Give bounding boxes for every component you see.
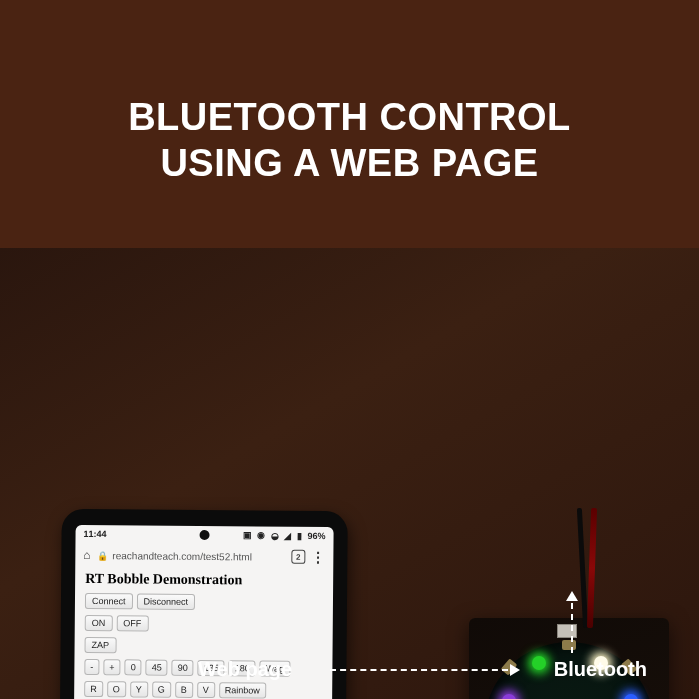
photo-backdrop: 11:44 ▣ ◉ ◒ ◢ ▮ 96% ⌂ 🔒 reachandteach.co… — [0, 248, 699, 699]
browser-toolbar: ⌂ 🔒 reachandteach.com/test52.html 2 ⋮ — [75, 543, 333, 569]
arrow-vertical — [571, 593, 573, 653]
angle-45-button[interactable]: 45 — [146, 659, 168, 675]
headline-line1: BLUETOOTH CONTROL — [0, 95, 699, 141]
status-time: 11:44 — [84, 529, 107, 539]
angle-90-button[interactable]: 90 — [172, 660, 194, 676]
black-wire — [577, 508, 588, 628]
angle-0-button[interactable]: 0 — [125, 659, 142, 675]
tab-count[interactable]: 2 — [291, 550, 305, 564]
on-button[interactable]: ON — [85, 615, 113, 631]
headline-line2: USING A WEB PAGE — [0, 141, 699, 187]
sync-icon: ◉ — [257, 530, 265, 540]
disconnect-button[interactable]: Disconnect — [136, 593, 195, 610]
color-g-button[interactable]: G — [152, 682, 171, 698]
zap-button[interactable]: ZAP — [85, 637, 117, 653]
home-icon[interactable]: ⌂ — [83, 548, 90, 562]
color-v-button[interactable]: V — [197, 682, 215, 698]
url-display[interactable]: 🔒 reachandteach.com/test52.html — [97, 550, 286, 563]
row-colors: R O Y G B V Rainbow Blinking LEDs — [84, 681, 322, 699]
led-blue — [624, 694, 638, 699]
lock-icon: 🔒 — [97, 551, 108, 561]
jst-connector — [557, 624, 577, 638]
headline: BLUETOOTH CONTROL USING A WEB PAGE — [0, 95, 699, 186]
row-onoff: ON OFF — [85, 615, 323, 633]
red-wire — [587, 508, 597, 628]
connect-button[interactable]: Connect — [85, 593, 133, 609]
arrow-head-icon — [566, 591, 578, 601]
angle-dec-button[interactable]: - — [84, 659, 99, 675]
signal-icon: ◢ — [284, 531, 291, 541]
row-zap: ZAP — [85, 637, 323, 655]
battery-icon: ▮ — [297, 531, 302, 541]
nfc-icon: ▣ — [243, 530, 252, 540]
label-web-page: Web page — [198, 658, 292, 681]
color-y-button[interactable]: Y — [130, 681, 148, 697]
url-text: reachandteach.com/test52.html — [112, 550, 252, 562]
arrow-line — [330, 669, 508, 671]
color-b-button[interactable]: B — [175, 682, 193, 698]
menu-icon[interactable]: ⋮ — [311, 550, 325, 564]
camera-notch — [200, 530, 210, 540]
row-connect: Connect Disconnect — [85, 593, 323, 611]
arrow-head-icon — [510, 664, 520, 676]
color-r-button[interactable]: R — [84, 681, 103, 697]
page-title: RT Bobble Demonstration — [85, 571, 323, 589]
pad — [562, 640, 576, 650]
color-o-button[interactable]: O — [107, 681, 126, 697]
status-icons: ▣ ◉ ◒ ◢ ▮ 96% — [240, 530, 326, 541]
off-button[interactable]: OFF — [116, 615, 148, 631]
angle-inc-button[interactable]: + — [103, 659, 120, 675]
arrow-horizontal — [330, 669, 518, 671]
arrow-line — [571, 603, 573, 653]
led-green — [532, 656, 546, 670]
led-purple — [502, 694, 516, 699]
rainbow-button[interactable]: Rainbow — [219, 682, 266, 698]
wifi-icon: ◒ — [271, 531, 279, 541]
battery-pct: 96% — [307, 531, 325, 541]
label-bluetooth: Bluetooth — [554, 658, 647, 681]
